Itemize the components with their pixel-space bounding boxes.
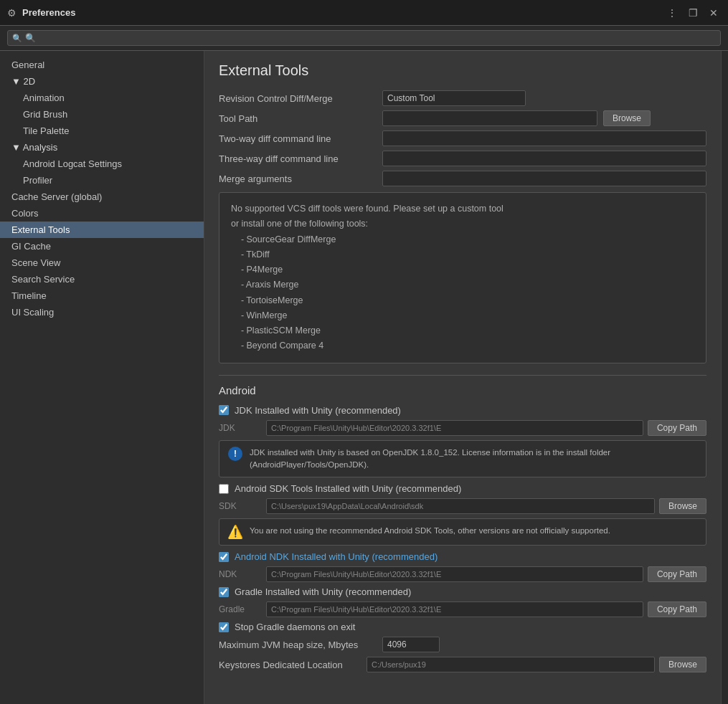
ndk-path-label: NDK xyxy=(219,569,262,579)
maximize-button[interactable]: ❐ xyxy=(686,6,701,20)
search-wrap: 🔍 xyxy=(7,30,721,46)
sdk-path-label: SDK xyxy=(219,501,262,511)
sidebar-item-android-logcat[interactable]: Android Logcat Settings xyxy=(0,156,204,172)
keystores-row: Keystores Dedicated Location Browse xyxy=(219,657,706,672)
vcs-info-text: No supported VCS diff tools were found. … xyxy=(231,204,504,351)
ndk-path-row: NDK Copy Path xyxy=(219,566,706,582)
gradle-checkbox-label[interactable]: Gradle Installed with Unity (recommended… xyxy=(235,586,411,597)
jdk-checkbox-row: JDK Installed with Unity (recommended) xyxy=(219,405,706,416)
gear-icon: ⚙ xyxy=(7,7,16,19)
vcs-row: Revision Control Diff/Merge xyxy=(219,90,706,106)
keystores-browse-button[interactable]: Browse xyxy=(659,657,706,672)
sdk-path-input[interactable] xyxy=(266,498,655,514)
sidebar-item-scene-view[interactable]: Scene View xyxy=(0,255,204,271)
jvm-heap-input[interactable] xyxy=(382,637,440,652)
jdk-info-icon: ! xyxy=(228,447,242,461)
search-bar: 🔍 xyxy=(0,26,728,51)
jdk-info-box: ! JDK installed with Unity is based on O… xyxy=(219,440,706,478)
ndk-checkbox-row: Android NDK Installed with Unity (recomm… xyxy=(219,551,706,562)
page-title: External Tools xyxy=(219,62,706,79)
gradle-checkbox-row: Gradle Installed with Unity (recommended… xyxy=(219,586,706,597)
gradle-path-input[interactable] xyxy=(266,601,643,617)
jdk-path-input[interactable] xyxy=(266,420,643,436)
stop-gradle-row: Stop Gradle daemons on exit xyxy=(219,622,706,632)
content-inner: External Tools Revision Control Diff/Mer… xyxy=(204,51,721,688)
three-way-diff-label: Three-way diff command line xyxy=(219,153,377,164)
sdk-checkbox[interactable] xyxy=(219,484,229,494)
tool-path-input[interactable] xyxy=(382,110,597,126)
sidebar-item-external-tools[interactable]: External Tools xyxy=(0,222,204,238)
sidebar-item-animation[interactable]: Animation xyxy=(0,90,204,106)
close-button[interactable]: ✕ xyxy=(706,6,721,20)
sdk-checkbox-row: Android SDK Tools Installed with Unity (… xyxy=(219,483,706,494)
jdk-path-label: JDK xyxy=(219,423,262,433)
sidebar-item-grid-brush[interactable]: Grid Brush xyxy=(0,106,204,123)
sidebar-item-tile-palette[interactable]: Tile Palette xyxy=(0,123,204,139)
jvm-heap-row: Maximum JVM heap size, Mbytes xyxy=(219,637,706,652)
stop-gradle-checkbox[interactable] xyxy=(219,622,229,632)
sidebar-item-general[interactable]: General xyxy=(0,57,204,73)
title-bar-controls: ⋮ ❐ ✕ xyxy=(664,6,721,20)
merge-args-label: Merge arguments xyxy=(219,173,377,184)
sidebar-item-timeline[interactable]: Timeline xyxy=(0,287,204,304)
sdk-browse-button[interactable]: Browse xyxy=(659,498,706,514)
window-title: Preferences xyxy=(22,7,75,18)
sidebar-item-cache-server[interactable]: Cache Server (global) xyxy=(0,189,204,205)
vcs-label: Revision Control Diff/Merge xyxy=(219,93,377,104)
android-section-title: Android xyxy=(219,384,706,396)
sidebar-item-ui-scaling[interactable]: UI Scaling xyxy=(0,304,204,320)
gradle-copy-path-button[interactable]: Copy Path xyxy=(648,601,706,617)
jvm-heap-label: Maximum JVM heap size, Mbytes xyxy=(219,639,377,650)
jdk-path-row: JDK Copy Path xyxy=(219,420,706,436)
vcs-input[interactable] xyxy=(382,90,526,106)
sidebar-item-profiler[interactable]: Profiler xyxy=(0,172,204,189)
sdk-path-row: SDK Browse xyxy=(219,498,706,514)
scrollbar-right[interactable] xyxy=(721,51,728,704)
merge-args-input[interactable] xyxy=(382,171,706,186)
sidebar-item-search-service[interactable]: Search Service xyxy=(0,271,204,287)
merge-args-row: Merge arguments xyxy=(219,171,706,186)
sidebar: General ▼ 2D Animation Grid Brush Tile P… xyxy=(0,51,204,704)
ndk-copy-path-button[interactable]: Copy Path xyxy=(648,566,706,582)
keystores-path-input[interactable] xyxy=(367,657,655,672)
tool-path-browse-button[interactable]: Browse xyxy=(603,110,651,126)
ndk-checkbox[interactable] xyxy=(219,552,229,562)
jdk-copy-path-button[interactable]: Copy Path xyxy=(648,420,706,436)
tool-path-row: Tool Path Browse xyxy=(219,110,706,126)
title-bar: ⚙ Preferences ⋮ ❐ ✕ xyxy=(0,0,728,26)
two-way-diff-row: Two-way diff command line xyxy=(219,130,706,146)
sidebar-item-2d[interactable]: ▼ 2D xyxy=(0,73,204,90)
two-way-diff-input[interactable] xyxy=(382,130,706,146)
sdk-warning-icon: ⚠️ xyxy=(228,525,242,539)
search-icon: 🔍 xyxy=(12,34,22,43)
jdk-info-text: JDK installed with Unity is based on Ope… xyxy=(250,447,697,472)
tool-path-label: Tool Path xyxy=(219,113,377,124)
sidebar-item-gi-cache[interactable]: GI Cache xyxy=(0,238,204,255)
jdk-checkbox-label[interactable]: JDK Installed with Unity (recommended) xyxy=(235,405,401,416)
sdk-warning-text: You are not using the recommended Androi… xyxy=(250,525,610,537)
stop-gradle-label[interactable]: Stop Gradle daemons on exit xyxy=(235,622,355,632)
gradle-checkbox[interactable] xyxy=(219,587,229,597)
three-way-diff-row: Three-way diff command line xyxy=(219,151,706,166)
sdk-warning-box: ⚠️ You are not using the recommended And… xyxy=(219,518,706,546)
three-way-diff-input[interactable] xyxy=(382,151,706,166)
title-bar-left: ⚙ Preferences xyxy=(7,7,75,19)
two-way-diff-label: Two-way diff command line xyxy=(219,133,377,144)
ndk-path-input[interactable] xyxy=(266,566,643,582)
gradle-path-row: Gradle Copy Path xyxy=(219,601,706,617)
main-layout: General ▼ 2D Animation Grid Brush Tile P… xyxy=(0,51,728,704)
vcs-info-box: No supported VCS diff tools were found. … xyxy=(219,192,706,363)
search-input[interactable] xyxy=(7,30,721,46)
keystores-label: Keystores Dedicated Location xyxy=(219,660,362,670)
more-options-button[interactable]: ⋮ xyxy=(664,6,680,20)
sidebar-item-analysis[interactable]: ▼ Analysis xyxy=(0,139,204,156)
sidebar-item-colors[interactable]: Colors xyxy=(0,205,204,222)
sdk-checkbox-label[interactable]: Android SDK Tools Installed with Unity (… xyxy=(235,483,461,494)
content-area: External Tools Revision Control Diff/Mer… xyxy=(204,51,721,704)
android-section-divider: Android xyxy=(219,375,706,396)
jdk-checkbox[interactable] xyxy=(219,405,229,415)
ndk-checkbox-label[interactable]: Android NDK Installed with Unity (recomm… xyxy=(235,551,438,562)
gradle-path-label: Gradle xyxy=(219,604,262,614)
